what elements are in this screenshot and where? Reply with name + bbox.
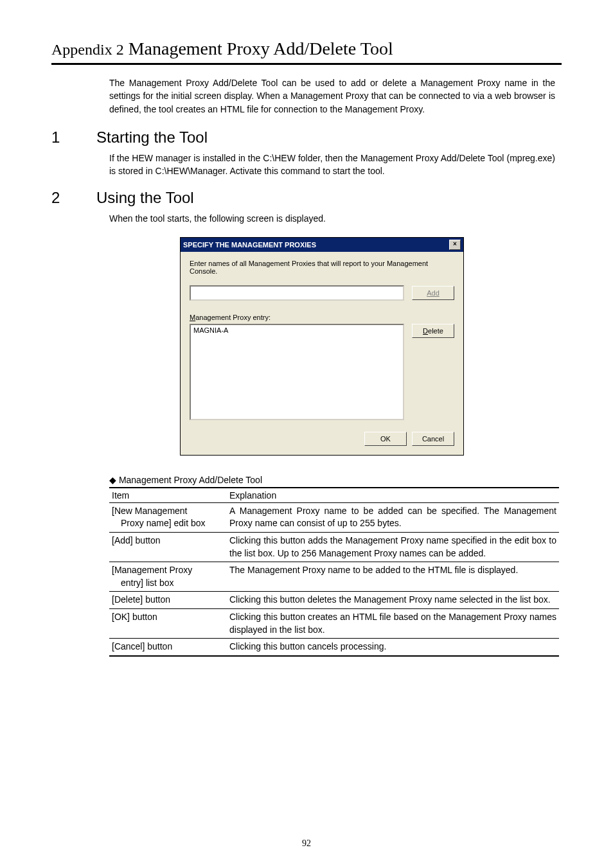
dialog-instruction: Enter names of all Management Proxies th… — [190, 260, 454, 275]
dialog-title: SPECIFY THE MANAGEMENT PROXIES — [183, 241, 316, 249]
proxy-name-input[interactable] — [190, 285, 404, 301]
table-header-item: Item — [109, 488, 227, 503]
appendix-title-text: Management Proxy Add/Delete Tool — [129, 39, 393, 58]
table-cell-expl: A Management Proxy name to be added can … — [227, 502, 559, 532]
section-1-number: 1 — [51, 128, 96, 146]
dialog-titlebar: SPECIFY THE MANAGEMENT PROXIES × — [181, 238, 463, 252]
appendix-heading: Appendix 2 Management Proxy Add/Delete T… — [51, 39, 562, 65]
table-cell-item: [Add] button — [109, 532, 227, 562]
appendix-label: Appendix 2 — [51, 41, 124, 58]
table-row: [Add] button Clicking this button adds t… — [109, 532, 559, 562]
table-row: [Cancel] button Clicking this button can… — [109, 639, 559, 656]
section-1-heading: 1 Starting the Tool — [51, 128, 562, 146]
close-icon: × — [453, 240, 457, 247]
dialog-screenshot: SPECIFY THE MANAGEMENT PROXIES × Enter n… — [180, 237, 562, 456]
add-button-label: Add — [427, 289, 440, 297]
section-2-title: Using the Tool — [96, 189, 194, 207]
table-cell-expl: The Management Proxy name to be added to… — [227, 562, 559, 592]
table-cell-expl: Clicking this button cancels processing. — [227, 639, 559, 656]
section-2-number: 2 — [51, 189, 96, 207]
section-1-body: If the HEW manager is installed in the C… — [109, 152, 555, 178]
intro-paragraph: The Management Proxy Add/Delete Tool can… — [109, 76, 555, 116]
proxy-entry-listbox[interactable]: MAGNIA-A — [190, 324, 404, 420]
table-header-explanation: Explanation — [227, 488, 559, 503]
page-number: 92 — [0, 838, 613, 849]
entry-label: Management Proxy entry: — [190, 314, 454, 321]
close-button[interactable]: × — [449, 240, 461, 250]
table-cell-item: [Management Proxy entry] list box — [109, 562, 227, 592]
ok-button[interactable]: OK — [364, 432, 407, 446]
table-row: [New Management Proxy name] edit box A M… — [109, 502, 559, 532]
list-item[interactable]: MAGNIA-A — [193, 326, 400, 334]
table-row: [Delete] button Clicking this button del… — [109, 592, 559, 609]
table-row: [OK] button Clicking this button creates… — [109, 608, 559, 638]
delete-button[interactable]: Delete — [412, 324, 454, 338]
add-button[interactable]: Add — [412, 286, 454, 300]
table-cell-item: [Delete] button — [109, 592, 227, 609]
table-cell-expl: Clicking this button creates an HTML fil… — [227, 608, 559, 638]
table-cell-item: [OK] button — [109, 608, 227, 638]
section-2-heading: 2 Using the Tool — [51, 189, 562, 207]
section-2-body: When the tool starts, the following scre… — [109, 212, 555, 225]
dialog-window: SPECIFY THE MANAGEMENT PROXIES × Enter n… — [180, 237, 464, 456]
ok-button-label: OK — [380, 435, 391, 443]
table-cell-expl: Clicking this button deletes the Managem… — [227, 592, 559, 609]
table-cell-item: [New Management Proxy name] edit box — [109, 502, 227, 532]
cancel-button-label: Cancel — [422, 435, 444, 443]
table-cell-expl: Clicking this button adds the Management… — [227, 532, 559, 562]
cancel-button[interactable]: Cancel — [412, 432, 454, 446]
table-cell-item: [Cancel] button — [109, 639, 227, 656]
description-table: Item Explanation [New Management Proxy n… — [109, 487, 559, 657]
section-1-title: Starting the Tool — [96, 128, 208, 146]
table-caption: ◆ Management Proxy Add/Delete Tool — [109, 475, 562, 485]
table-row: [Management Proxy entry] list box The Ma… — [109, 562, 559, 592]
